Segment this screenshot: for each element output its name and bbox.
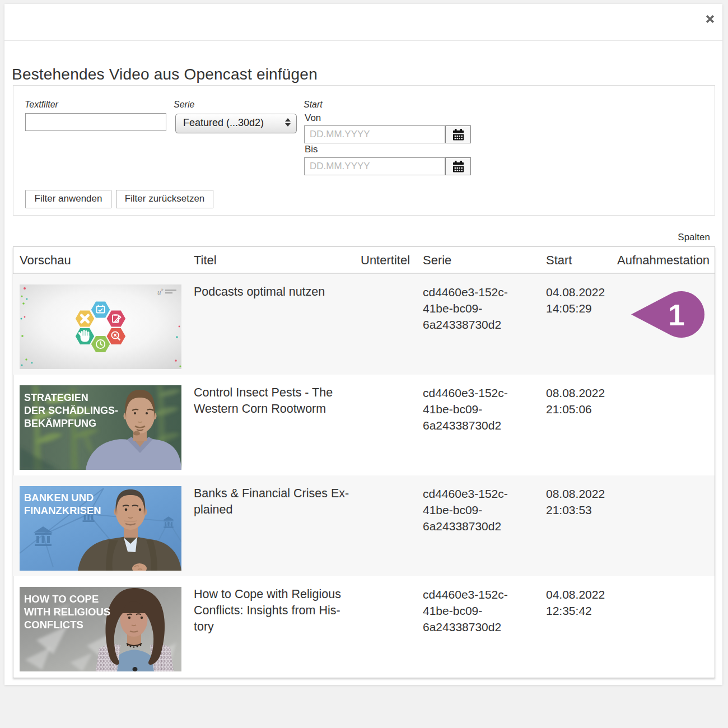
svg-text:FINANZKRISEN: FINANZKRISEN xyxy=(24,505,101,516)
svg-text:BEKÄMPFUNG: BEKÄMPFUNG xyxy=(24,418,96,429)
svg-text:HOW TO COPE: HOW TO COPE xyxy=(24,593,99,605)
svg-text:STRATEGIEN: STRATEGIEN xyxy=(24,392,88,403)
svg-text:BANKEN UND: BANKEN UND xyxy=(24,492,94,503)
svg-text:CONFLICTS: CONFLICTS xyxy=(24,619,83,631)
svg-text:b: b xyxy=(161,287,164,292)
svg-text:1: 1 xyxy=(668,298,684,332)
svg-text:WITH RELIGIOUS: WITH RELIGIOUS xyxy=(24,606,110,618)
svg-text:u: u xyxy=(157,288,161,296)
svg-text:DER SCHÄDLINGS-: DER SCHÄDLINGS- xyxy=(24,405,118,416)
